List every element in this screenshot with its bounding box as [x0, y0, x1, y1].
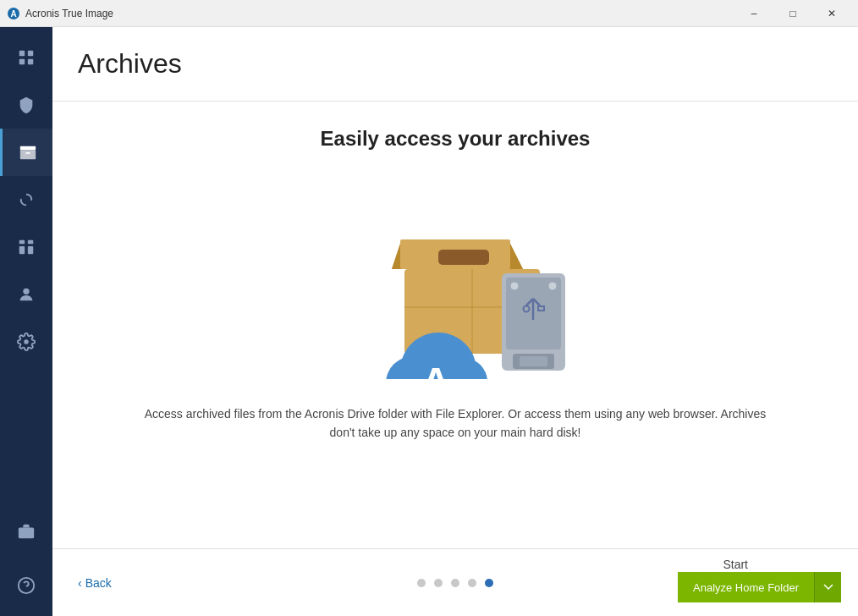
archive-illustration: A: [337, 176, 574, 379]
svg-rect-3: [28, 51, 33, 56]
gear-icon: [17, 333, 36, 351]
analyze-home-folder-button[interactable]: Analyze Home Folder: [678, 572, 814, 602]
shield-icon: [17, 96, 36, 114]
person-icon: [17, 285, 36, 304]
sidebar-item-settings[interactable]: [0, 318, 52, 366]
app-body: Archives Easily access your archives: [0, 27, 858, 616]
start-label: Start: [723, 558, 748, 571]
illustration: A: [337, 176, 574, 379]
sidebar-item-protection[interactable]: [0, 81, 52, 129]
svg-text:A: A: [421, 360, 451, 379]
chevron-down-icon: [823, 584, 833, 591]
dot-5[interactable]: [485, 579, 493, 587]
page-title: Archives: [78, 48, 182, 80]
svg-rect-10: [28, 240, 33, 245]
svg-rect-9: [19, 240, 25, 245]
back-label: Back: [85, 576, 112, 590]
title-bar-left: A Acronis True Image: [7, 7, 113, 20]
sidebar: [0, 27, 52, 616]
grid-icon: [17, 48, 36, 67]
svg-rect-11: [19, 246, 25, 254]
svg-rect-12: [28, 246, 33, 254]
dot-2[interactable]: [434, 579, 443, 587]
back-chevron-icon: ‹: [78, 576, 82, 590]
svg-point-13: [23, 289, 29, 294]
sync-icon: [17, 190, 36, 209]
maximize-button[interactable]: □: [773, 0, 812, 27]
sidebar-item-account[interactable]: [0, 271, 52, 318]
svg-point-14: [24, 339, 29, 344]
svg-rect-8: [25, 152, 30, 154]
help-icon: [17, 576, 36, 595]
svg-rect-24: [438, 250, 489, 265]
analyze-dropdown-button[interactable]: [814, 572, 841, 602]
dot-1[interactable]: [417, 579, 426, 587]
svg-rect-2: [19, 51, 25, 56]
dots-container: [417, 579, 493, 587]
sidebar-item-dashboard[interactable]: [0, 223, 52, 271]
page-header: Archives: [52, 27, 858, 102]
page-content: Archives Easily access your archives: [52, 27, 858, 616]
archive-icon: [19, 143, 37, 162]
dot-3[interactable]: [451, 579, 459, 587]
dashboard-icon: [17, 238, 36, 256]
page-main: Easily access your archives: [52, 102, 858, 548]
svg-rect-6: [19, 146, 35, 151]
sidebar-item-sync[interactable]: [0, 176, 52, 223]
svg-rect-5: [28, 59, 33, 64]
close-button[interactable]: ✕: [812, 0, 851, 27]
app-icon: A: [7, 7, 20, 20]
svg-point-30: [548, 282, 557, 290]
svg-text:A: A: [10, 9, 16, 19]
title-bar-controls: – □ ✕: [734, 0, 851, 27]
back-button[interactable]: ‹ Back: [78, 576, 112, 590]
svg-rect-37: [520, 356, 547, 366]
svg-rect-7: [19, 150, 35, 159]
main-heading: Easily access your archives: [321, 127, 591, 151]
title-bar: A Acronis True Image – □ ✕: [0, 0, 858, 27]
sidebar-item-tools[interactable]: [0, 508, 52, 555]
minimize-button[interactable]: –: [734, 0, 773, 27]
app-title: Acronis True Image: [25, 8, 113, 19]
analyze-button-group: Analyze Home Folder: [678, 572, 841, 602]
svg-rect-15: [19, 527, 34, 538]
svg-point-29: [510, 282, 519, 290]
bottom-bar: ‹ Back Start Analyze Home Folder: [52, 548, 858, 616]
dot-4[interactable]: [468, 579, 476, 587]
sidebar-item-archives[interactable]: [0, 129, 52, 176]
svg-rect-4: [19, 59, 25, 64]
sidebar-item-backup[interactable]: [0, 34, 52, 81]
sidebar-item-help[interactable]: [0, 562, 52, 609]
description-text: Access archived files from the Acronis D…: [138, 404, 773, 443]
briefcase-icon: [17, 522, 36, 541]
